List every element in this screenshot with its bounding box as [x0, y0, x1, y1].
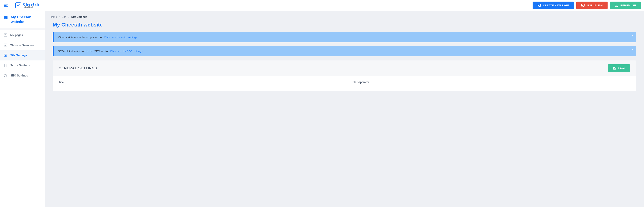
menu-toggle-icon[interactable] — [4, 4, 8, 7]
alert-seo: SEO-related scripts are in the SEO secti… — [53, 46, 636, 56]
svg-line-38 — [4, 75, 5, 75]
gear-icon — [4, 74, 7, 77]
sidebar-item-my-pages[interactable]: My pages — [0, 30, 45, 40]
save-button[interactable]: Save — [608, 64, 630, 72]
sidebar-item-site-settings[interactable]: Site Settings — [0, 50, 45, 60]
panel-title: GENERAL SETTINGS — [58, 66, 97, 70]
svg-point-32 — [6, 56, 6, 56]
svg-rect-28 — [6, 44, 6, 46]
brand-logo[interactable]: Cheetah by Builderall — [12, 2, 39, 8]
chart-icon — [4, 43, 7, 47]
svg-rect-26 — [4, 45, 5, 46]
save-icon — [613, 67, 616, 70]
svg-line-40 — [6, 75, 6, 75]
brand-name: Cheetah — [23, 2, 39, 6]
general-settings-panel: GENERAL SETTINGS Save Title Title separa… — [53, 60, 636, 91]
main-content: Home / Site / Site Settings My Cheetah w… — [45, 11, 644, 207]
form-col-title: Title — [58, 81, 338, 84]
field-label-separator: Title separator — [352, 81, 630, 84]
breadcrumb-home[interactable]: Home — [50, 15, 57, 18]
sidebar-item-website-overview[interactable]: Website Overview — [0, 40, 45, 50]
alert-seo-text: SEO-related scripts are in the SEO secti… — [58, 50, 110, 53]
svg-point-23 — [4, 35, 5, 36]
list-icon — [4, 33, 7, 37]
sidebar-item-label: Script Settings — [10, 64, 30, 67]
svg-rect-17 — [4, 18, 6, 18]
svg-point-33 — [5, 75, 6, 76]
unpublish-label: UNPUBLISH — [587, 4, 602, 7]
sidebar-item-label: My pages — [10, 34, 23, 37]
svg-point-21 — [4, 35, 5, 35]
sidebar-site-title-block[interactable]: My Cheetah website — [0, 11, 45, 28]
svg-line-39 — [6, 76, 6, 77]
close-icon[interactable]: × — [632, 34, 633, 37]
header-actions: CREATE NEW PAGE UNPUBLISH REPUBLISH — [532, 1, 644, 9]
sidebar-divider — [0, 28, 45, 30]
alert-scripts-link[interactable]: Click here for script settings — [104, 36, 137, 39]
breadcrumb-separator: / — [68, 15, 69, 18]
top-header: Cheetah by Builderall CREATE NEW PAGE UN… — [0, 0, 644, 11]
svg-rect-15 — [4, 17, 6, 17]
unpublish-button[interactable]: UNPUBLISH — [576, 1, 608, 9]
svg-point-19 — [4, 34, 5, 35]
breadcrumb-current: Site Settings — [71, 15, 87, 18]
svg-rect-43 — [614, 68, 616, 69]
republish-button[interactable]: REPUBLISH — [610, 1, 641, 9]
sidebar-site-title: My Cheetah website — [11, 15, 41, 24]
field-label-title: Title — [58, 81, 338, 84]
alert-scripts: Other scripts are in the scripts section… — [53, 32, 636, 42]
sidebar-item-label: SEO Settings — [10, 74, 28, 77]
brand-icon — [15, 2, 21, 8]
sidebar: My Cheetah website My pages Website Over… — [0, 11, 45, 207]
page-title: My Cheetah website — [45, 22, 644, 32]
svg-line-41 — [4, 76, 5, 77]
hamburger-wrap — [0, 4, 12, 7]
panel-header: GENERAL SETTINGS Save — [53, 60, 636, 76]
code-file-icon — [4, 64, 7, 67]
svg-rect-27 — [5, 45, 6, 46]
sidebar-item-label: Site Settings — [10, 54, 27, 57]
republish-label: REPUBLISH — [620, 4, 636, 7]
brand-text: Cheetah by Builderall — [23, 2, 39, 8]
close-icon[interactable]: × — [632, 48, 633, 51]
brand-byline: by Builderall — [23, 6, 39, 8]
create-new-page-label: CREATE NEW PAGE — [543, 4, 569, 7]
breadcrumb-site[interactable]: Site — [62, 15, 66, 18]
svg-rect-16 — [4, 17, 7, 18]
site-card-icon — [4, 16, 8, 19]
republish-icon — [615, 4, 618, 7]
panel-body: Title Title separator — [53, 76, 636, 91]
form-col-separator: Title separator — [352, 81, 630, 84]
sidebar-item-label: Website Overview — [10, 44, 34, 47]
save-button-label: Save — [618, 67, 625, 70]
breadcrumb-separator: / — [59, 15, 60, 18]
new-page-icon — [538, 4, 541, 7]
alert-seo-link[interactable]: Click here for SEO settings — [110, 50, 142, 53]
breadcrumb: Home / Site / Site Settings — [45, 15, 644, 22]
create-new-page-button[interactable]: CREATE NEW PAGE — [532, 1, 574, 9]
alert-scripts-text: Other scripts are in the scripts section — [58, 36, 104, 39]
site-settings-icon — [4, 54, 7, 57]
sidebar-item-script-settings[interactable]: Script Settings — [0, 60, 45, 71]
unpublish-icon — [581, 4, 585, 7]
svg-rect-42 — [614, 67, 615, 68]
sidebar-item-seo-settings[interactable]: SEO Settings — [0, 71, 45, 81]
